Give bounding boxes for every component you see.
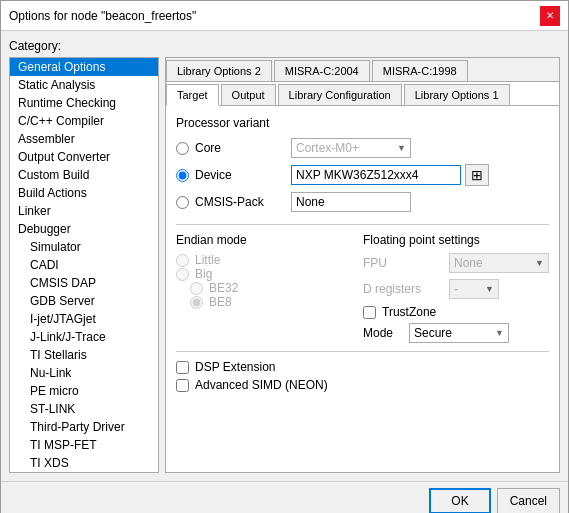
fpu-combo[interactable]: None ▼ bbox=[449, 253, 549, 273]
endian-section: Endian mode Little Big BE3 bbox=[176, 233, 347, 343]
device-input[interactable] bbox=[291, 165, 461, 185]
browse-button[interactable]: ⊞ bbox=[465, 164, 489, 186]
sidebar-item-j-link[interactable]: J-Link/J-Trace bbox=[10, 328, 158, 346]
endian-mode-label: Endian mode bbox=[176, 233, 347, 247]
little-row: Little bbox=[176, 253, 347, 267]
mode-label: Mode bbox=[363, 326, 403, 340]
bottom-bar: OK Cancel bbox=[1, 481, 568, 513]
dsp-label: DSP Extension bbox=[195, 360, 276, 374]
d-registers-label: D registers bbox=[363, 282, 443, 296]
be32-radio[interactable] bbox=[190, 282, 203, 295]
divider bbox=[176, 224, 549, 225]
cmsis-pack-combo[interactable]: None bbox=[291, 192, 411, 212]
sidebar-item-simulator[interactable]: Simulator bbox=[10, 238, 158, 256]
tab-lib-options-2[interactable]: Library Options 2 bbox=[166, 60, 272, 81]
sidebar-item-cpp-compiler[interactable]: C/C++ Compiler bbox=[10, 112, 158, 130]
sidebar-item-ti-msp-fet[interactable]: TI MSP-FET bbox=[10, 436, 158, 454]
divider2 bbox=[176, 351, 549, 352]
main-content: General Options Static Analysis Runtime … bbox=[9, 57, 560, 473]
dialog: Options for node "beacon_freertos" ✕ Cat… bbox=[0, 0, 569, 513]
tabs-main: Target Output Library Configuration Libr… bbox=[166, 82, 559, 106]
cancel-button[interactable]: Cancel bbox=[497, 488, 560, 513]
sidebar-item-runtime-checking[interactable]: Runtime Checking bbox=[10, 94, 158, 112]
mode-row: Mode Secure ▼ bbox=[363, 323, 549, 343]
sidebar-item-linker[interactable]: Linker bbox=[10, 202, 158, 220]
little-radio[interactable] bbox=[176, 254, 189, 267]
tab-target[interactable]: Target bbox=[166, 84, 219, 106]
close-button[interactable]: ✕ bbox=[540, 6, 560, 26]
device-row: Device ⊞ bbox=[176, 164, 549, 186]
simd-checkbox[interactable] bbox=[176, 379, 189, 392]
big-row: Big bbox=[176, 267, 347, 281]
trustzone-label: TrustZone bbox=[382, 305, 436, 319]
big-label: Big bbox=[195, 267, 212, 281]
sidebar-item-debugger[interactable]: Debugger bbox=[10, 220, 158, 238]
right-panel: Library Options 2 MISRA-C:2004 MISRA-C:1… bbox=[165, 57, 560, 473]
sidebar-item-general-options[interactable]: General Options bbox=[10, 58, 158, 76]
float-section: Floating point settings FPU None ▼ D reg… bbox=[363, 233, 549, 343]
sidebar-item-build-actions[interactable]: Build Actions bbox=[10, 184, 158, 202]
tab-misra-c-1998[interactable]: MISRA-C:1998 bbox=[372, 60, 468, 81]
core-combo[interactable]: Cortex-M0+ ▼ bbox=[291, 138, 411, 158]
sidebar-item-cmsis-dap[interactable]: CMSIS DAP bbox=[10, 274, 158, 292]
device-label: Device bbox=[195, 168, 285, 182]
chevron-down-icon: ▼ bbox=[397, 143, 406, 153]
tab-lib-options-1[interactable]: Library Options 1 bbox=[404, 84, 510, 105]
sidebar-item-nu-link[interactable]: Nu-Link bbox=[10, 364, 158, 382]
sidebar-item-static-analysis[interactable]: Static Analysis bbox=[10, 76, 158, 94]
sidebar-item-i-jet[interactable]: I-jet/JTAGjet bbox=[10, 310, 158, 328]
tab-lib-config[interactable]: Library Configuration bbox=[278, 84, 402, 105]
cmsis-pack-label: CMSIS-Pack bbox=[195, 195, 285, 209]
processor-variant-label: Processor variant bbox=[176, 116, 549, 130]
endian-float-row: Endian mode Little Big BE3 bbox=[176, 233, 549, 343]
sidebar-item-ti-xds[interactable]: TI XDS bbox=[10, 454, 158, 472]
device-radio[interactable] bbox=[176, 169, 189, 182]
sidebar-item-ti-stellaris[interactable]: TI Stellaris bbox=[10, 346, 158, 364]
mode-combo[interactable]: Secure ▼ bbox=[409, 323, 509, 343]
dialog-title: Options for node "beacon_freertos" bbox=[9, 9, 196, 23]
tab-output[interactable]: Output bbox=[221, 84, 276, 105]
dsp-checkbox[interactable] bbox=[176, 361, 189, 374]
dsp-row: DSP Extension bbox=[176, 360, 549, 374]
core-row: Core Cortex-M0+ ▼ bbox=[176, 138, 549, 158]
sidebar-item-gdb-server[interactable]: GDB Server bbox=[10, 292, 158, 310]
core-radio[interactable] bbox=[176, 142, 189, 155]
simd-label: Advanced SIMD (NEON) bbox=[195, 378, 328, 392]
be8-row: BE8 bbox=[176, 295, 347, 309]
browse-icon: ⊞ bbox=[471, 167, 483, 183]
trustzone-checkbox[interactable] bbox=[363, 306, 376, 319]
float-settings-label: Floating point settings bbox=[363, 233, 549, 247]
sidebar-item-st-link[interactable]: ST-LINK bbox=[10, 400, 158, 418]
cmsis-radio[interactable] bbox=[176, 196, 189, 209]
big-radio[interactable] bbox=[176, 268, 189, 281]
title-bar: Options for node "beacon_freertos" ✕ bbox=[1, 1, 568, 31]
be8-radio[interactable] bbox=[190, 296, 203, 309]
fpu-row: FPU None ▼ bbox=[363, 253, 549, 273]
processor-options: Core Cortex-M0+ ▼ Device bbox=[176, 138, 549, 212]
tab-misra-c-2004[interactable]: MISRA-C:2004 bbox=[274, 60, 370, 81]
trustzone-row: TrustZone bbox=[363, 305, 549, 319]
be32-row: BE32 bbox=[176, 281, 347, 295]
category-label: Category: bbox=[9, 39, 560, 53]
dialog-body: Category: General Options Static Analysi… bbox=[1, 31, 568, 481]
device-input-row: ⊞ bbox=[291, 164, 489, 186]
sidebar-item-third-party[interactable]: Third-Party Driver bbox=[10, 418, 158, 436]
sidebar-item-output-converter[interactable]: Output Converter bbox=[10, 148, 158, 166]
sidebar-item-assembler[interactable]: Assembler bbox=[10, 130, 158, 148]
d-registers-row: D registers - ▼ bbox=[363, 279, 549, 299]
core-label: Core bbox=[195, 141, 285, 155]
little-label: Little bbox=[195, 253, 220, 267]
d-registers-combo[interactable]: - ▼ bbox=[449, 279, 499, 299]
tab-content-target: Processor variant Core Cortex-M0+ ▼ bbox=[166, 106, 559, 472]
fpu-chevron-icon: ▼ bbox=[535, 258, 544, 268]
mode-chevron-icon: ▼ bbox=[495, 328, 504, 338]
cmsis-pack-row: CMSIS-Pack None bbox=[176, 192, 549, 212]
sidebar-item-custom-build[interactable]: Custom Build bbox=[10, 166, 158, 184]
sidebar-item-pe-micro[interactable]: PE micro bbox=[10, 382, 158, 400]
be32-label: BE32 bbox=[209, 281, 238, 295]
sidebar-item-cadi[interactable]: CADI bbox=[10, 256, 158, 274]
d-reg-chevron-icon: ▼ bbox=[485, 284, 494, 294]
ok-button[interactable]: OK bbox=[429, 488, 490, 513]
be8-label: BE8 bbox=[209, 295, 232, 309]
fpu-label: FPU bbox=[363, 256, 443, 270]
